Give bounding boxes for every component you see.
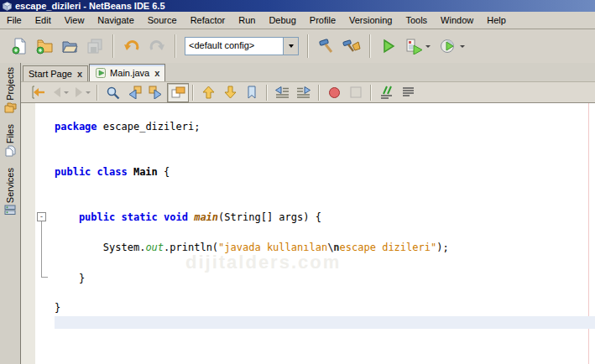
plain-token: ); <box>436 242 448 253</box>
sidebar-item-services[interactable]: Services <box>4 168 16 216</box>
menu-versioning[interactable]: Versioning <box>342 13 399 27</box>
main-toolbar: <default config> <box>0 29 595 64</box>
find-next-icon <box>149 86 164 99</box>
arrow-down-icon <box>224 86 237 99</box>
tab-start-page[interactable]: Start Page x <box>23 65 88 81</box>
code-editor[interactable]: dijitalders.com - package escape_diziler… <box>21 103 595 364</box>
tab-label: Main.java <box>110 68 149 78</box>
uncomment-icon <box>401 86 415 98</box>
stop-icon <box>350 86 362 98</box>
code-line-println: System.out.println("javada kullanılan\ne… <box>55 242 449 254</box>
menu-source[interactable]: Source <box>141 13 184 27</box>
chevron-down-icon <box>86 91 91 94</box>
config-select-dropdown-button[interactable] <box>283 38 298 55</box>
new-file-button[interactable] <box>7 33 32 60</box>
sidebar-item-projects[interactable]: Projects <box>4 67 17 113</box>
debug-icon <box>405 38 424 55</box>
sidebar-item-label: Projects <box>5 67 15 101</box>
menu-navigate[interactable]: Navigate <box>91 13 140 27</box>
close-icon[interactable]: x <box>77 70 82 78</box>
code-line-close-method: } <box>55 273 85 285</box>
new-project-button[interactable] <box>32 33 57 60</box>
plain-token: (String[] args) { <box>218 211 321 223</box>
clean-build-project-button[interactable] <box>339 33 364 60</box>
highlight-icon <box>171 86 185 99</box>
chevron-down-icon <box>289 44 294 48</box>
class-name-token: Main <box>133 166 158 178</box>
fold-guide-foot <box>41 277 48 278</box>
clean-build-icon <box>342 38 361 55</box>
last-edit-position-button[interactable] <box>28 83 50 102</box>
previous-bookmark-button[interactable] <box>197 83 219 102</box>
left-sidebar: Projects Files Services <box>0 63 21 364</box>
toolbar-separator <box>369 34 371 58</box>
save-all-icon <box>86 38 103 55</box>
back-button[interactable] <box>50 83 71 102</box>
menu-file[interactable]: File <box>0 13 29 27</box>
undo-button[interactable] <box>119 33 144 60</box>
toolbar-separator <box>192 85 194 101</box>
code-line-close-class: } <box>55 302 60 315</box>
save-all-button[interactable] <box>82 33 107 60</box>
run-project-button[interactable] <box>376 33 401 60</box>
toolbar-separator <box>112 34 114 58</box>
chevron-down-icon <box>460 45 465 48</box>
string-token: escape dizileri" <box>340 242 437 253</box>
fold-guide-line <box>41 221 42 277</box>
comment-button[interactable] <box>375 83 397 102</box>
new-project-icon <box>36 38 53 55</box>
profile-project-button[interactable] <box>435 33 470 60</box>
keyword-token: public class <box>55 166 133 178</box>
config-select[interactable]: <default config> <box>185 37 299 55</box>
find-next-button[interactable] <box>145 83 167 102</box>
start-macro-recording-button[interactable] <box>323 83 345 102</box>
plain-token: escape_dizileri; <box>97 121 201 133</box>
toggle-bookmark-button[interactable] <box>241 83 263 102</box>
java-class-icon <box>95 67 107 79</box>
build-project-button[interactable] <box>314 33 339 60</box>
toolbar-separator <box>97 85 98 101</box>
menu-run[interactable]: Run <box>232 13 262 27</box>
toggle-highlight-search-button[interactable] <box>167 83 189 102</box>
menu-profile[interactable]: Profile <box>303 13 342 27</box>
tab-main-java[interactable]: Main.java x <box>89 64 165 81</box>
find-previous-icon <box>127 86 142 99</box>
files-icon <box>4 145 16 157</box>
next-bookmark-button[interactable] <box>219 83 241 102</box>
watermark: dijitalders.com <box>185 252 341 273</box>
close-icon[interactable]: x <box>154 69 159 77</box>
string-token: "javada kullanılan <box>218 242 327 253</box>
uncomment-button[interactable] <box>397 83 419 102</box>
code-line-main-method: public static void main(String[] args) { <box>55 211 321 224</box>
stop-macro-recording-button[interactable] <box>345 83 367 102</box>
method-name-token: main <box>194 211 218 223</box>
last-edit-position-icon <box>31 86 46 99</box>
shift-line-right-button[interactable] <box>293 83 315 102</box>
open-project-button[interactable] <box>57 33 82 60</box>
menu-refactor[interactable]: Refactor <box>184 13 232 27</box>
projects-icon <box>4 102 17 113</box>
menu-debug[interactable]: Debug <box>262 13 302 27</box>
debug-project-button[interactable] <box>401 33 435 60</box>
undo-icon <box>123 38 140 55</box>
menu-window[interactable]: Window <box>434 13 480 27</box>
window-title: escape_dizileri - NetBeans IDE 6.5 <box>15 0 165 12</box>
find-button[interactable] <box>102 83 123 102</box>
menu-edit[interactable]: Edit <box>29 13 58 27</box>
fold-collapse-toggle[interactable]: - <box>37 212 46 221</box>
editor-toolbar <box>21 82 595 103</box>
sidebar-item-files[interactable]: Files <box>4 124 16 157</box>
forward-button[interactable] <box>71 83 93 102</box>
escape-sequence-token: \n <box>327 242 339 253</box>
menu-help[interactable]: Help <box>480 13 513 27</box>
redo-button[interactable] <box>144 33 170 60</box>
shift-line-left-button[interactable] <box>271 83 293 102</box>
keyword-token: package <box>55 121 97 133</box>
search-icon <box>106 86 120 100</box>
current-line-highlight <box>55 316 595 329</box>
find-previous-button[interactable] <box>123 83 145 102</box>
tab-label: Start Page <box>29 69 72 79</box>
menu-tools[interactable]: Tools <box>399 13 434 27</box>
menu-view[interactable]: View <box>58 13 91 27</box>
keyword-token: public static void <box>55 211 194 223</box>
